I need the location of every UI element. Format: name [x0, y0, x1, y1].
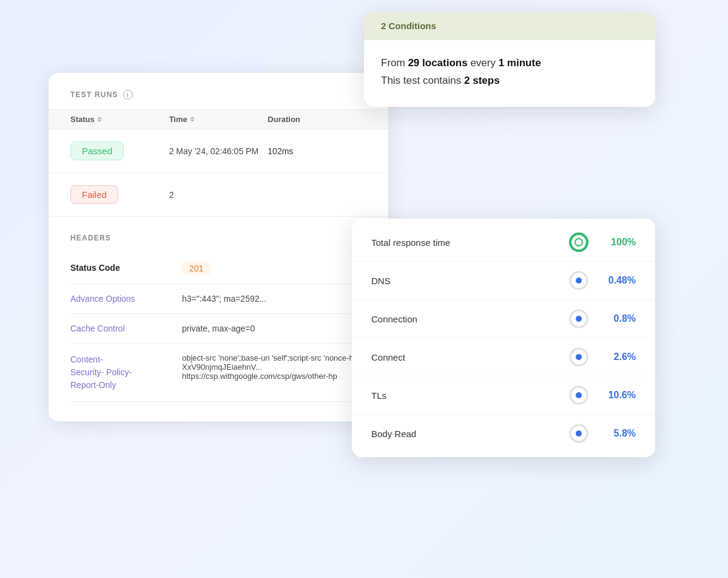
headers-label: HEADERS	[70, 234, 366, 242]
breakdown-donut-dns	[568, 270, 590, 291]
breakdown-pct-connection: 0.8%	[599, 313, 636, 324]
info-icon: i	[123, 90, 133, 100]
breakdown-donut-connection	[568, 308, 590, 330]
row-1-time: 2 May '24, 02:46:05 PM	[169, 146, 268, 156]
breakdown-donut-connect	[568, 346, 590, 368]
conditions-body: From 29 locations every 1 minute This te…	[364, 40, 655, 107]
header-status-label: Status	[70, 115, 95, 124]
breakdown-label-tls: TLs	[371, 390, 558, 401]
conditions-line2-before: This test contains	[381, 75, 464, 86]
row-2-time: 2	[169, 190, 268, 200]
breakdown-row-bodyread: Body Read 5.8%	[352, 415, 655, 452]
conditions-locations: 29 locations	[408, 57, 467, 69]
header-value-advance-options: h3=":443"; ma=2592...	[182, 294, 266, 304]
breakdown-donut-total	[568, 231, 590, 253]
header-row-csp: Content-Security- Policy-Report-Only obj…	[70, 344, 366, 402]
main-card: TEST RUNS i Status Time Duration Passed …	[49, 73, 388, 421]
breakdown-row-total: Total response time 100%	[352, 223, 655, 262]
breakdown-label-connect: Connect	[371, 352, 558, 362]
row-2-status: Failed	[70, 185, 169, 204]
svg-point-8	[576, 354, 582, 360]
conditions-line1-mid: every	[468, 57, 499, 69]
header-time-label: Time	[169, 115, 187, 124]
row-1-duration: 102ms	[268, 146, 366, 156]
breakdown-label-connection: Connection	[371, 314, 558, 324]
header-status: Status	[70, 115, 169, 124]
header-time: Time	[169, 115, 268, 124]
breakdown-row-tls: TLs 10.6%	[352, 376, 655, 415]
conditions-line1-before: From	[381, 57, 408, 69]
header-duration-label: Duration	[268, 115, 300, 124]
test-runs-label-text: TEST RUNS	[70, 90, 118, 99]
status-sort-icon[interactable]	[97, 117, 102, 122]
header-row-cache-control: Cache Control private, max-age=0	[70, 314, 366, 344]
breakdown-pct-dns: 0.48%	[599, 275, 636, 286]
svg-point-6	[576, 316, 582, 322]
breakdown-label-bodyread: Body Read	[371, 429, 558, 439]
breakdown-row-connection: Connection 0.8%	[352, 300, 655, 338]
headers-section: HEADERS Status Code 201 Advance Options …	[49, 217, 388, 402]
breakdown-donut-bodyread	[568, 423, 590, 444]
status-code-badge: 201	[182, 262, 211, 275]
breakdown-pct-total: 100%	[599, 237, 636, 248]
header-key-csp[interactable]: Content-Security- Policy-Report-Only	[70, 353, 167, 392]
time-sort-icon[interactable]	[190, 117, 195, 122]
passed-badge: Passed	[70, 141, 124, 160]
failed-badge: Failed	[70, 185, 118, 204]
header-key-cache-control[interactable]: Cache Control	[70, 324, 167, 333]
svg-point-12	[576, 430, 582, 437]
breakdown-label-dns: DNS	[371, 276, 558, 286]
svg-point-10	[576, 392, 582, 398]
conditions-tab-label: 2 Conditions	[381, 21, 436, 31]
header-row-advance-options: Advance Options h3=":443"; ma=2592...	[70, 284, 366, 314]
header-key-advance-options[interactable]: Advance Options	[70, 294, 167, 304]
header-key-status-code: Status Code	[70, 263, 167, 273]
test-runs-section-label: TEST RUNS i	[49, 73, 388, 109]
table-row[interactable]: Failed 2	[49, 173, 388, 217]
breakdown-row-dns: DNS 0.48%	[352, 262, 655, 300]
header-duration: Duration	[268, 115, 366, 124]
table-row[interactable]: Passed 2 May '24, 02:46:05 PM 102ms	[49, 129, 388, 173]
breakdown-popup: Total response time 100% DNS 0.48% Conne…	[352, 219, 655, 457]
breakdown-donut-tls	[568, 384, 590, 406]
row-1-status: Passed	[70, 141, 169, 160]
conditions-steps: 2 steps	[464, 75, 500, 86]
header-value-cache-control: private, max-age=0	[182, 324, 255, 333]
table-header: Status Time Duration	[49, 109, 388, 129]
conditions-text: From 29 locations every 1 minute This te…	[381, 55, 638, 90]
svg-point-2	[575, 239, 582, 246]
conditions-tab: 2 Conditions	[364, 12, 655, 40]
breakdown-row-connect: Connect 2.6%	[352, 338, 655, 376]
conditions-popup: 2 Conditions From 29 locations every 1 m…	[364, 12, 655, 107]
breakdown-label-total: Total response time	[371, 237, 558, 248]
breakdown-pct-bodyread: 5.8%	[599, 428, 636, 439]
breakdown-pct-tls: 10.6%	[599, 390, 636, 401]
header-value-csp: object-src 'none';base-uri 'self';script…	[182, 353, 366, 381]
header-value-status-code: 201	[182, 263, 211, 274]
header-row-status-code: Status Code 201	[70, 253, 366, 284]
svg-point-4	[576, 277, 582, 284]
conditions-interval: 1 minute	[499, 57, 541, 69]
breakdown-pct-connect: 2.6%	[599, 352, 636, 362]
